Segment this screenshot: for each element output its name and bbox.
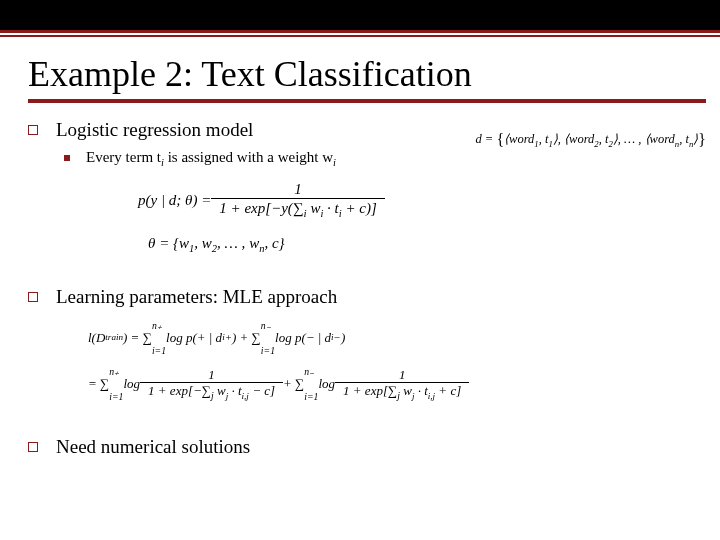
sub-bullet-term-weight: Every term ti is assigned with a weight … (64, 149, 706, 168)
bullet-numerical: Need numerical solutions (28, 436, 706, 458)
top-band (0, 0, 720, 30)
content: Example 2: Text Classification Logistic … (28, 55, 706, 530)
theta-text: θ = {w1, w2, … , wn, c} (148, 235, 285, 251)
formula-mle: l(Dtrain) = ∑n₊i=1 log p(+ | di+) + ∑n₋i… (88, 320, 706, 402)
p-lhs: p(y | d; θ) = (138, 191, 211, 209)
formula-prob: p(y | d; θ) = 1 1 + exp[−y(∑i wi · ti + … (138, 180, 706, 221)
p-fraction: 1 1 + exp[−y(∑i wi · ti + c)] (211, 180, 385, 221)
mle-line-2: = ∑n₊i=1 log 1 1 + exp[−∑j wj · ti,j − c… (88, 366, 706, 402)
mle-line-1: l(Dtrain) = ∑n₊i=1 log p(+ | di+) + ∑n₋i… (88, 320, 706, 356)
bullet-text: Logistic regression model (56, 119, 253, 141)
sub-bullet-icon (64, 155, 70, 161)
bullet-icon (28, 292, 38, 302)
slide-title: Example 2: Text Classification (28, 55, 706, 95)
bullet-text: Learning parameters: MLE approach (56, 286, 337, 308)
accent-line-2 (0, 35, 720, 37)
accent-line-1 (0, 30, 720, 33)
bullet-text: Need numerical solutions (56, 436, 250, 458)
formula-doc-vector: d = {{⟨word₁, t₁⟩, ⟨word₂, t₂⟩, … , ⟨wor… (475, 130, 706, 149)
title-underline (28, 99, 706, 103)
bullet-mle: Learning parameters: MLE approach (28, 286, 706, 308)
formula-theta: θ = {w1, w2, … , wn, c} θ = {w₁, w₂, … ,… (148, 234, 706, 256)
bullet-icon (28, 442, 38, 452)
sub-bullet-text: Every term ti is assigned with a weight … (86, 149, 336, 168)
bullet-icon (28, 125, 38, 135)
doc-vec-pre: d = (475, 132, 496, 146)
slide: Example 2: Text Classification Logistic … (0, 0, 720, 540)
